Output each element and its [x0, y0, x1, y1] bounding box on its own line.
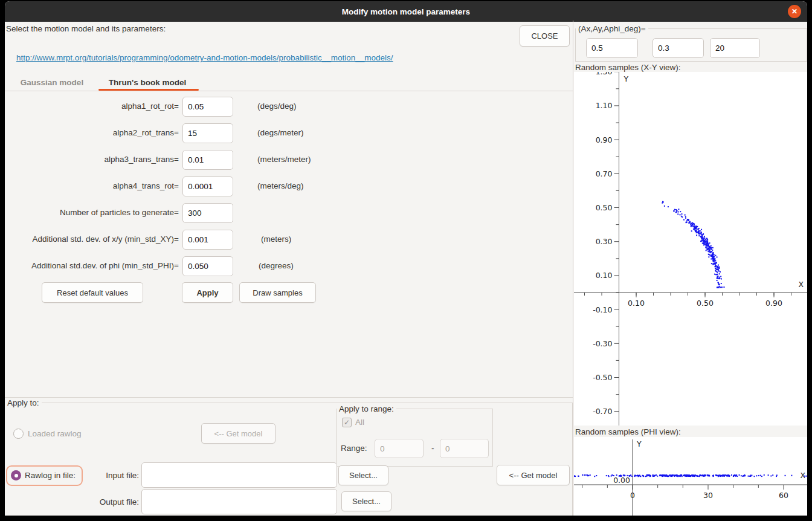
tabbar-divider: [5, 91, 573, 91]
svg-text:60: 60: [779, 491, 788, 500]
loaded-rawlog-label: Loaded rawlog: [28, 429, 82, 438]
pose-increment-legend: (Ax,Ay,Aphi_deg)=: [576, 24, 648, 33]
num-particles-label: Number of particles to generate=: [5, 208, 179, 217]
all-checkbox: ✓: [342, 418, 352, 427]
svg-text:Y: Y: [636, 439, 642, 448]
select-input-file-button[interactable]: Select...: [338, 465, 388, 485]
svg-text:-0.10: -0.10: [593, 305, 612, 314]
titlebar: Modify motion model parameters ✕: [5, 1, 807, 22]
get-model-button-disabled: <-- Get model: [201, 423, 276, 444]
reset-defaults-button[interactable]: Reset default values: [42, 282, 143, 303]
window-title: Modify motion model parameters: [342, 7, 470, 16]
svg-text:0.50: 0.50: [596, 203, 613, 212]
instruction-label: Select the motion model and its paramete…: [6, 24, 166, 33]
apply-to-legend: Apply to:: [5, 398, 42, 407]
svg-text:0.90: 0.90: [596, 135, 613, 144]
alpha2-unit: (degs/meter): [257, 128, 304, 137]
right-panel-divider: [573, 21, 573, 516]
alpha3-input[interactable]: [182, 150, 233, 170]
select-output-file-button[interactable]: Select...: [341, 491, 392, 511]
range-from-input: [375, 439, 424, 458]
output-file-field[interactable]: [141, 489, 337, 514]
phi-scatter-plot: 030600.00YX: [574, 437, 807, 516]
tab-thruns-book-model[interactable]: Thrun's book model: [100, 74, 195, 91]
alpha2-input[interactable]: [182, 123, 233, 143]
svg-text:Y: Y: [624, 74, 629, 83]
panel-divider: [5, 397, 573, 398]
alpha4-label: alpha4_trans_rot=: [5, 181, 179, 190]
input-file-label: Input file:: [65, 471, 139, 480]
input-file-field[interactable]: [141, 462, 337, 488]
alpha1-unit: (degs/deg): [257, 102, 297, 111]
dialog-window: Modify motion model parameters ✕ Select …: [5, 1, 807, 516]
svg-text:0.90: 0.90: [765, 299, 782, 308]
svg-text:0.10: 0.10: [596, 271, 613, 280]
alpha2-label: alpha2_rot_trans=: [5, 128, 179, 137]
num-particles-input[interactable]: [182, 203, 233, 223]
apply-to-range-legend: Apply to range:: [337, 404, 396, 413]
alpha3-label: alpha3_trans_trans=: [5, 155, 179, 164]
svg-text:-0.70: -0.70: [593, 407, 612, 416]
aphi-input[interactable]: [710, 38, 760, 58]
svg-text:0.10: 0.10: [628, 299, 645, 308]
xy-view-title: Random samples (X-Y view):: [575, 63, 681, 72]
svg-text:1.10: 1.10: [596, 101, 613, 110]
get-model-button[interactable]: <-- Get model: [497, 465, 570, 485]
all-checkbox-label: All: [355, 418, 364, 427]
svg-text:0.00: 0.00: [613, 476, 630, 485]
ay-input[interactable]: [652, 38, 704, 58]
svg-text:-0.50: -0.50: [593, 373, 612, 382]
svg-text:X: X: [798, 280, 804, 289]
alpha4-unit: (meters/deg): [257, 181, 304, 190]
alpha4-input[interactable]: [182, 176, 233, 196]
xy-scatter-plot: 1.301.100.900.700.500.300.10-0.10-0.30-0…: [574, 72, 807, 426]
phi-view-title: Random samples (PHI view):: [575, 427, 681, 436]
range-dash: -: [431, 444, 434, 453]
svg-text:X: X: [800, 471, 805, 480]
min-std-phi-input[interactable]: [182, 256, 233, 276]
window-close-icon[interactable]: ✕: [788, 5, 801, 18]
radio-dot-icon: [14, 474, 18, 477]
svg-text:1.30: 1.30: [596, 72, 613, 76]
range-label: Range:: [341, 444, 367, 453]
svg-text:0.30: 0.30: [596, 237, 613, 246]
svg-text:30: 30: [703, 491, 713, 500]
loaded-rawlog-radio: [13, 429, 24, 439]
ax-input[interactable]: [586, 38, 638, 58]
min-std-phi-unit: (degrees): [259, 261, 294, 270]
svg-text:0.70: 0.70: [596, 169, 613, 178]
range-to-input: [440, 439, 489, 458]
apply-button[interactable]: Apply: [182, 282, 233, 303]
close-button[interactable]: CLOSE: [520, 25, 570, 47]
min-std-xy-input[interactable]: [182, 230, 233, 250]
tab-gaussian-model[interactable]: Gaussian model: [18, 74, 86, 91]
active-tab-underline: [98, 89, 199, 91]
tutorial-link[interactable]: http://www.mrpt.org/tutorials/programmin…: [16, 53, 393, 62]
min-std-xy-label: Additional std. dev. of x/y (min_std_XY)…: [5, 235, 179, 244]
alpha1-label: alpha1_rot_rot=: [5, 102, 179, 111]
svg-text:0.50: 0.50: [697, 299, 714, 308]
alpha3-unit: (meters/meter): [257, 155, 311, 164]
output-file-label: Output file:: [65, 497, 139, 506]
alpha1-input[interactable]: [182, 97, 233, 117]
draw-samples-button[interactable]: Draw samples: [239, 282, 316, 303]
min-std-phi-label: Additional std.dev. of phi (min_std_PHI)…: [5, 261, 179, 270]
screen: Modify motion model parameters ✕ Select …: [0, 0, 812, 521]
svg-text:0: 0: [630, 491, 635, 500]
min-std-xy-unit: (meters): [261, 235, 291, 244]
rawlog-in-file-radio[interactable]: [11, 470, 21, 481]
check-icon: ✓: [344, 418, 350, 427]
svg-text:-0.30: -0.30: [593, 339, 612, 348]
